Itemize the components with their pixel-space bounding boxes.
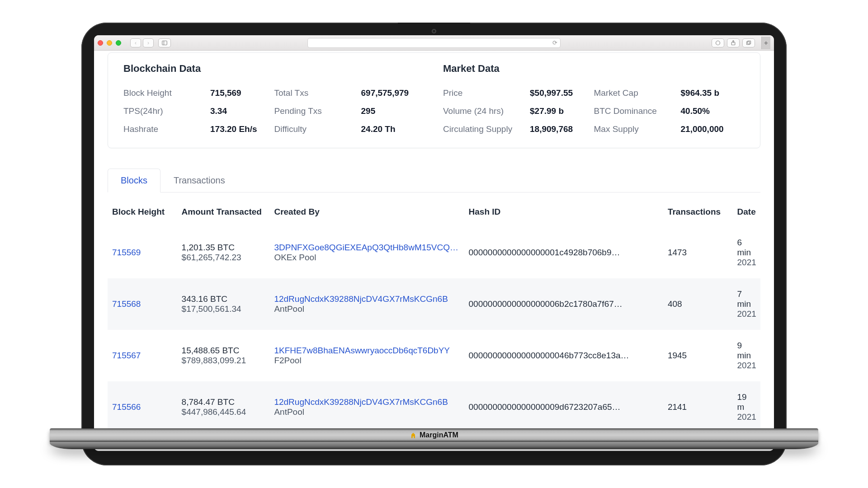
date-relative: 19 m <box>737 392 756 412</box>
metric-label: Block Height <box>123 88 210 98</box>
new-tab-button[interactable]: + <box>761 37 770 49</box>
col-date: Date <box>733 201 760 227</box>
nav-back-button[interactable]: ‹ <box>130 38 141 47</box>
date-year: 2021 <box>737 412 756 422</box>
brand-label: MarginATM <box>410 431 458 439</box>
metric-label: Market Cap <box>594 88 681 98</box>
creator-address-link[interactable]: 12dRugNcdxK39288NjcDV4GX7rMsKCGn6B <box>274 397 459 407</box>
metric-value: 715,569 <box>210 88 241 98</box>
amount-btc: 15,488.65 BTC <box>182 346 265 356</box>
creator-pool: F2Pool <box>274 356 459 366</box>
nav-forward-button[interactable]: › <box>143 38 154 47</box>
metric-label: Hashrate <box>123 124 210 134</box>
laptop-hinge: MarginATM <box>50 428 818 442</box>
table-row: 7155668,784.47 BTC$447,986,445.6412dRugN… <box>108 381 760 433</box>
blockchain-data-section: Blockchain Data Block Height715,569 Tota… <box>123 63 425 134</box>
tx-count: 1473 <box>663 227 733 278</box>
date-relative: 9 min <box>737 341 756 361</box>
amount-usd: $17,500,561.34 <box>182 304 265 314</box>
col-hash-id: Hash ID <box>464 201 663 227</box>
creator-address-link[interactable]: 3DPNFXGoe8QGiEXEApQ3QtHb8wM15VCQU3 <box>274 243 459 253</box>
tx-count: 2141 <box>663 381 733 433</box>
col-amount-transacted: Amount Transacted <box>177 201 270 227</box>
page-content: Blockchain Data Block Height715,569 Tota… <box>94 51 774 451</box>
tabs-overview-button[interactable] <box>742 38 755 47</box>
tabs: Blocks Transactions <box>108 168 760 192</box>
metric-label: Difficulty <box>274 124 361 134</box>
reader-button[interactable] <box>712 38 724 47</box>
metric-value: 697,575,979 <box>361 88 409 98</box>
browser-toolbar: ‹ › ⟳ <box>94 35 774 51</box>
date-relative: 6 min <box>737 238 756 258</box>
metric-value: 21,000,000 <box>681 124 724 134</box>
window-controls <box>98 40 121 46</box>
creator-address-link[interactable]: 12dRugNcdxK39288NjcDV4GX7rMsKCGn6B <box>274 294 459 304</box>
block-height-link[interactable]: 715567 <box>112 351 141 360</box>
svg-rect-0 <box>162 41 167 45</box>
amount-btc: 8,784.47 BTC <box>182 397 265 407</box>
tx-count: 1945 <box>663 330 733 381</box>
market-data-title: Market Data <box>443 63 745 75</box>
table-row: 715568343.16 BTC$17,500,561.3412dRugNcdx… <box>108 278 760 330</box>
tab-transactions[interactable]: Transactions <box>160 169 238 192</box>
metric-value: $964.35 b <box>681 88 720 98</box>
col-transactions: Transactions <box>663 201 733 227</box>
stats-card: Blockchain Data Block Height715,569 Tota… <box>108 52 760 148</box>
laptop-camera-icon <box>432 29 436 33</box>
sidebar-toggle-button[interactable] <box>158 38 171 47</box>
metric-label: Price <box>443 88 530 98</box>
col-block-height: Block Height <box>108 201 177 227</box>
hash-id: 0000000000000000006b2c1780a7f67… <box>469 299 659 309</box>
close-window-button[interactable] <box>98 40 103 46</box>
amount-usd: $61,265,742.23 <box>182 253 265 263</box>
creator-pool: OKEx Pool <box>274 253 459 263</box>
col-created-by: Created By <box>269 201 464 227</box>
table-row: 71556715,488.65 BTC$789,883,099.211KFHE7… <box>108 330 760 381</box>
metric-label: TPS(24hr) <box>123 106 210 116</box>
screen: ‹ › ⟳ <box>94 35 774 451</box>
date-year: 2021 <box>737 309 756 319</box>
metric-value: $50,997.55 <box>530 88 573 98</box>
metric-label: Volume (24 hrs) <box>443 106 530 116</box>
laptop-base <box>50 442 818 449</box>
hash-id: 0000000000000000009d6723207a65… <box>469 402 659 412</box>
metric-value: 24.20 Th <box>361 124 396 134</box>
metric-label: Pending Txs <box>274 106 361 116</box>
date-relative: 7 min <box>737 289 756 309</box>
metric-value: 295 <box>361 106 376 116</box>
brand-icon <box>410 432 417 439</box>
metric-label: Circulating Supply <box>443 124 530 134</box>
metric-value: 3.34 <box>210 106 227 116</box>
amount-btc: 1,201.35 BTC <box>182 243 265 253</box>
share-button[interactable] <box>727 38 740 47</box>
block-height-link[interactable]: 715566 <box>112 402 141 412</box>
metric-value: 40.50% <box>681 106 710 116</box>
creator-address-link[interactable]: 1KFHE7w8BhaENAswwryaoccDb6qcT6DbYY <box>274 346 459 356</box>
minimize-window-button[interactable] <box>107 40 112 46</box>
creator-pool: AntPool <box>274 407 459 417</box>
date-year: 2021 <box>737 258 756 267</box>
amount-usd: $789,883,099.21 <box>182 356 265 366</box>
metric-value: 18,909,768 <box>530 124 573 134</box>
hash-id: 000000000000000000046b773cc8e13a… <box>469 351 659 361</box>
amount-btc: 343.16 BTC <box>182 294 265 304</box>
metric-label: Total Txs <box>274 88 361 98</box>
market-data-section: Market Data Price$50,997.55 Market Cap$9… <box>443 63 745 134</box>
tab-blocks[interactable]: Blocks <box>108 169 160 192</box>
tx-count: 408 <box>663 278 733 330</box>
date-year: 2021 <box>737 361 756 371</box>
blocks-table: Block Height Amount Transacted Created B… <box>108 201 760 433</box>
reload-icon[interactable]: ⟳ <box>552 39 557 46</box>
block-height-link[interactable]: 715569 <box>112 248 141 257</box>
metric-label: Max Supply <box>594 124 681 134</box>
laptop-frame: ‹ › ⟳ <box>81 23 787 465</box>
creator-pool: AntPool <box>274 304 459 314</box>
metric-label: BTC Dominance <box>594 106 681 116</box>
hash-id: 0000000000000000001c4928b706b9… <box>469 248 659 258</box>
block-height-link[interactable]: 715568 <box>112 299 141 309</box>
fullscreen-window-button[interactable] <box>116 40 121 46</box>
table-row: 7155691,201.35 BTC$61,265,742.233DPNFXGo… <box>108 227 760 278</box>
svg-point-2 <box>716 41 720 45</box>
blockchain-data-title: Blockchain Data <box>123 63 425 75</box>
address-bar[interactable]: ⟳ <box>307 38 561 48</box>
